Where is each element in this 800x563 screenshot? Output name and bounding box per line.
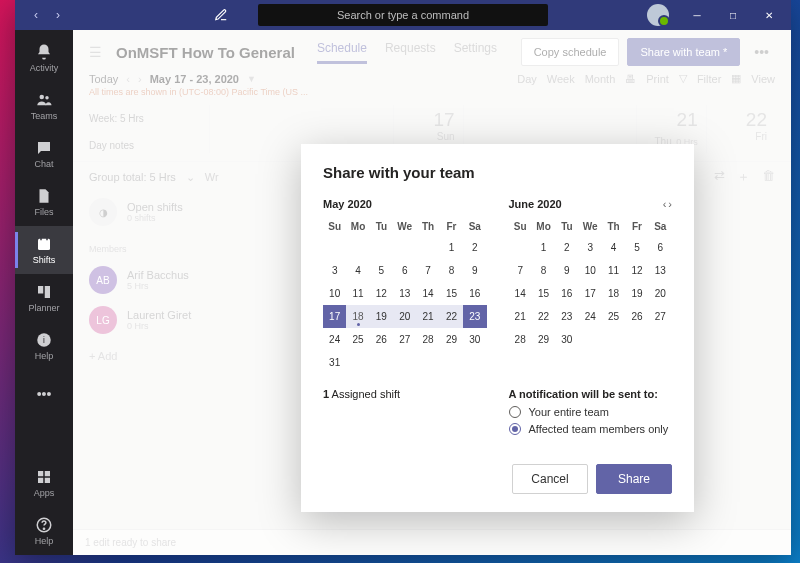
rail-label: Planner — [28, 303, 59, 313]
calendar-day[interactable]: 20 — [649, 282, 672, 305]
calendar-day[interactable]: 2 — [463, 236, 486, 259]
calendar-day[interactable]: 6 — [393, 259, 416, 282]
svg-point-14 — [43, 528, 44, 529]
calendar-day[interactable]: 15 — [532, 282, 555, 305]
calendar-day[interactable]: 9 — [555, 259, 578, 282]
rail-activity[interactable]: Activity — [15, 34, 73, 82]
calendar-day[interactable]: 21 — [416, 305, 439, 328]
calendar-day[interactable]: 19 — [370, 305, 393, 328]
calendar-day[interactable]: 6 — [649, 236, 672, 259]
calendar-day[interactable]: 26 — [370, 328, 393, 351]
calendar-day[interactable]: 12 — [370, 282, 393, 305]
window-minimize-icon[interactable]: ─ — [679, 1, 715, 29]
rail-shifts[interactable]: Shifts — [15, 226, 73, 274]
nav-back-icon[interactable]: ‹ — [25, 4, 47, 26]
calendar-day[interactable]: 4 — [602, 236, 625, 259]
rail-label: Activity — [30, 63, 59, 73]
calendar-day[interactable]: 16 — [463, 282, 486, 305]
calendar-day[interactable]: 20 — [393, 305, 416, 328]
calendar-day[interactable]: 23 — [555, 305, 578, 328]
calendar-day[interactable]: 3 — [579, 236, 602, 259]
calendar-day[interactable]: 30 — [555, 328, 578, 351]
calendar-day[interactable]: 24 — [579, 305, 602, 328]
rail-help-bottom[interactable]: Help — [15, 507, 73, 555]
calendar-day[interactable]: 17 — [323, 305, 346, 328]
calendar-day[interactable]: 5 — [625, 236, 648, 259]
rail-planner[interactable]: Planner — [15, 274, 73, 322]
nav-forward-icon[interactable]: › — [47, 4, 69, 26]
calendar-day[interactable]: 14 — [509, 282, 532, 305]
weekday-label: Su — [323, 221, 346, 232]
calendar-day[interactable]: 7 — [416, 259, 439, 282]
calendar-day[interactable]: 22 — [532, 305, 555, 328]
calendar-day[interactable]: 5 — [370, 259, 393, 282]
window-close-icon[interactable]: ✕ — [751, 1, 787, 29]
calendar-day[interactable]: 22 — [440, 305, 463, 328]
calendar-day[interactable]: 1 — [532, 236, 555, 259]
cal-next-icon[interactable]: › — [668, 198, 672, 210]
calendar-day[interactable]: 8 — [532, 259, 555, 282]
user-avatar[interactable] — [647, 4, 669, 26]
calendar-day[interactable]: 7 — [509, 259, 532, 282]
calendar-day[interactable]: 11 — [346, 282, 369, 305]
calendar-day[interactable]: 15 — [440, 282, 463, 305]
compose-icon[interactable] — [209, 3, 233, 27]
calendar-day[interactable]: 24 — [323, 328, 346, 351]
rail-apps[interactable]: Apps — [15, 459, 73, 507]
share-button[interactable]: Share — [596, 464, 672, 494]
calendar-day[interactable]: 10 — [323, 282, 346, 305]
calendar-day[interactable]: 13 — [649, 259, 672, 282]
calendar-day[interactable]: 23 — [463, 305, 486, 328]
calendar-day[interactable]: 9 — [463, 259, 486, 282]
rail-label: Help — [35, 351, 54, 361]
calendar-day[interactable]: 21 — [509, 305, 532, 328]
rail-label: Apps — [34, 488, 55, 498]
calendar-day[interactable]: 17 — [579, 282, 602, 305]
radio-entire-team[interactable]: Your entire team — [509, 406, 673, 418]
search-input[interactable]: Search or type a command — [258, 4, 548, 26]
calendar-day[interactable]: 2 — [555, 236, 578, 259]
weekday-label: Sa — [649, 221, 672, 232]
calendar-day[interactable]: 25 — [346, 328, 369, 351]
calendar-day[interactable]: 8 — [440, 259, 463, 282]
rail-chat[interactable]: Chat — [15, 130, 73, 178]
cancel-button[interactable]: Cancel — [512, 464, 588, 494]
calendar-day[interactable]: 12 — [625, 259, 648, 282]
calendar-day[interactable]: 10 — [579, 259, 602, 282]
ellipsis-icon: ••• — [37, 386, 52, 402]
calendar-day[interactable]: 1 — [440, 236, 463, 259]
calendar-day[interactable]: 27 — [649, 305, 672, 328]
calendar-day[interactable]: 13 — [393, 282, 416, 305]
calendar-day[interactable]: 31 — [323, 351, 346, 374]
weekday-label: We — [393, 221, 416, 232]
calendar-day[interactable]: 28 — [416, 328, 439, 351]
calendar-day[interactable]: 19 — [625, 282, 648, 305]
calendar-day[interactable]: 11 — [602, 259, 625, 282]
calendar-day[interactable]: 14 — [416, 282, 439, 305]
calendar-day[interactable]: 18 — [346, 305, 369, 328]
calendar-day[interactable]: 29 — [440, 328, 463, 351]
rail-more[interactable]: ••• — [15, 370, 73, 418]
rail-help[interactable]: i Help — [15, 322, 73, 370]
calendar-day[interactable]: 26 — [625, 305, 648, 328]
window-maximize-icon[interactable]: □ — [715, 1, 751, 29]
calendar-day[interactable]: 18 — [602, 282, 625, 305]
calendar-day[interactable]: 16 — [555, 282, 578, 305]
calendar-day[interactable]: 4 — [346, 259, 369, 282]
rail-label: Teams — [31, 111, 58, 121]
weekday-label: Mo — [346, 221, 369, 232]
rail-files[interactable]: Files — [15, 178, 73, 226]
calendar-day[interactable]: 30 — [463, 328, 486, 351]
calendar-day[interactable]: 27 — [393, 328, 416, 351]
calendar-day[interactable]: 29 — [532, 328, 555, 351]
help-circle-icon — [35, 516, 53, 534]
radio-icon — [509, 406, 521, 418]
calendar-day[interactable]: 3 — [323, 259, 346, 282]
weekday-label: Su — [509, 221, 532, 232]
rail-teams[interactable]: Teams — [15, 82, 73, 130]
radio-affected-only[interactable]: Affected team members only — [509, 423, 673, 435]
cal-prev-icon[interactable]: ‹ — [663, 198, 667, 210]
modal-title: Share with your team — [323, 164, 672, 181]
calendar-day[interactable]: 28 — [509, 328, 532, 351]
calendar-day[interactable]: 25 — [602, 305, 625, 328]
